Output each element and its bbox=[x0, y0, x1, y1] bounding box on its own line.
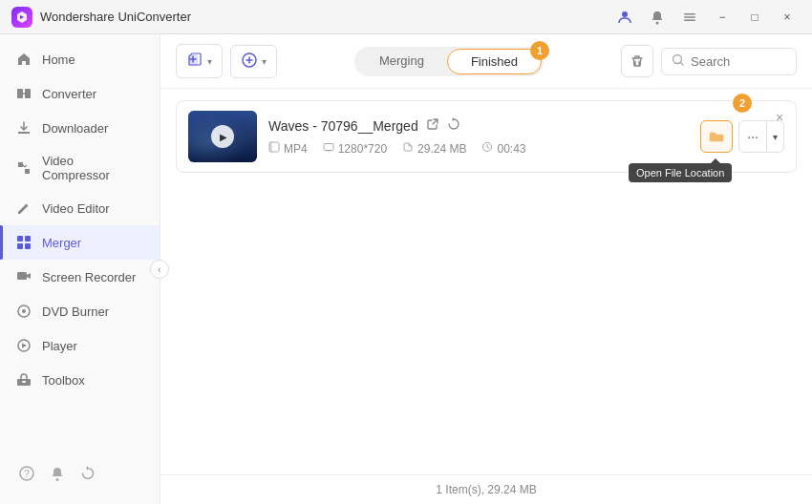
svg-rect-2 bbox=[684, 13, 695, 15]
file-duration: 00:43 bbox=[481, 141, 525, 156]
delete-button[interactable] bbox=[621, 45, 653, 77]
search-box[interactable] bbox=[661, 48, 797, 75]
file-resolution-value: 1280*720 bbox=[338, 142, 387, 156]
sidebar-item-downloader-label: Downloader bbox=[42, 121, 108, 136]
add-format-button[interactable]: ▾ bbox=[230, 45, 277, 78]
add-files-button[interactable]: ▾ bbox=[176, 44, 223, 78]
dvd-icon bbox=[15, 303, 32, 320]
svg-rect-16 bbox=[22, 381, 26, 383]
close-button[interactable]: × bbox=[774, 4, 801, 31]
svg-rect-3 bbox=[684, 16, 695, 18]
open-folder-button[interactable]: Open File Location bbox=[700, 120, 733, 153]
sidebar-item-merger[interactable]: Merger bbox=[0, 225, 160, 260]
svg-point-1 bbox=[656, 21, 659, 24]
maximize-button[interactable]: □ bbox=[741, 4, 768, 31]
sidebar-item-home[interactable]: Home bbox=[0, 42, 160, 76]
size-icon bbox=[402, 141, 414, 156]
toolbar: ▾ ▾ Merging Finished 1 bbox=[160, 34, 812, 89]
file-thumbnail[interactable]: ▶ bbox=[188, 111, 257, 162]
file-format: MP4 bbox=[268, 141, 308, 156]
tab-finished-wrapper: Finished 1 bbox=[447, 49, 542, 74]
svg-text:?: ? bbox=[24, 469, 30, 479]
svg-rect-10 bbox=[25, 243, 31, 249]
sidebar-item-video-editor[interactable]: Video Editor bbox=[0, 191, 160, 225]
sidebar-item-editor-label: Video Editor bbox=[42, 201, 110, 216]
svg-rect-8 bbox=[25, 236, 31, 242]
finished-badge: 1 bbox=[530, 41, 549, 60]
sidebar-item-recorder-label: Screen Recorder bbox=[42, 270, 136, 284]
sidebar-item-converter-label: Converter bbox=[42, 87, 96, 101]
file-resolution: 1280*720 bbox=[323, 141, 387, 156]
sidebar-item-screen-recorder[interactable]: Screen Recorder bbox=[0, 260, 160, 294]
tab-group-wrapper: Merging Finished 1 bbox=[285, 47, 613, 76]
bell-icon[interactable] bbox=[46, 462, 69, 485]
close-card-button[interactable]: × bbox=[771, 109, 788, 126]
sidebar-item-player-label: Player bbox=[42, 339, 77, 353]
converter-icon bbox=[15, 85, 32, 102]
sidebar-item-dvd-burner[interactable]: DVD Burner bbox=[0, 294, 160, 328]
sidebar-item-toolbox[interactable]: Toolbox bbox=[0, 363, 160, 397]
sidebar-item-compressor-label: Video Compressor bbox=[42, 154, 144, 182]
file-name-row: Waves - 70796__Merged bbox=[268, 117, 689, 134]
downloader-icon bbox=[15, 119, 32, 136]
status-text: 1 Item(s), 29.24 MB bbox=[436, 483, 536, 496]
sidebar: Home Converter Downloader bbox=[0, 34, 160, 504]
tab-group: Merging Finished 1 bbox=[354, 47, 544, 76]
record-icon bbox=[15, 268, 32, 285]
compress-icon bbox=[15, 159, 32, 177]
file-duration-value: 00:43 bbox=[497, 142, 525, 156]
svg-rect-26 bbox=[327, 151, 331, 152]
sidebar-item-downloader[interactable]: Downloader bbox=[0, 111, 160, 145]
add-files-icon bbox=[186, 51, 203, 72]
main-layout: Home Converter Downloader bbox=[0, 34, 812, 504]
content-area: ▾ ▾ Merging Finished 1 bbox=[160, 34, 812, 504]
toolbar-right bbox=[621, 45, 797, 77]
svg-point-19 bbox=[56, 478, 59, 481]
add-format-arrow: ▾ bbox=[262, 56, 267, 67]
file-size-value: 29.24 MB bbox=[417, 142, 466, 156]
sidebar-item-merger-label: Merger bbox=[42, 236, 81, 250]
app-title: Wondershare UniConverter bbox=[40, 10, 611, 24]
resolution-icon bbox=[323, 141, 334, 156]
tab-finished[interactable]: Finished bbox=[447, 49, 542, 74]
status-bar: 1 Item(s), 29.24 MB bbox=[160, 474, 812, 504]
menu-icon[interactable] bbox=[676, 4, 703, 31]
add-format-icon bbox=[241, 52, 258, 72]
search-icon bbox=[672, 53, 685, 70]
file-size: 29.24 MB bbox=[402, 141, 466, 156]
svg-rect-24 bbox=[269, 142, 272, 152]
svg-rect-9 bbox=[17, 243, 23, 249]
duration-icon bbox=[481, 141, 493, 156]
sidebar-item-toolbox-label: Toolbox bbox=[42, 373, 85, 388]
external-link-icon[interactable] bbox=[426, 117, 439, 134]
titlebar: Wondershare UniConverter − □ × bbox=[0, 0, 812, 34]
sidebar-item-converter[interactable]: Converter bbox=[0, 76, 160, 111]
sidebar-footer: ? bbox=[0, 451, 160, 496]
tab-merging[interactable]: Merging bbox=[356, 49, 447, 74]
app-logo bbox=[11, 7, 32, 28]
refresh-icon[interactable] bbox=[76, 462, 99, 485]
toolbox-icon bbox=[15, 371, 32, 388]
svg-point-13 bbox=[22, 309, 26, 313]
file-list: ▶ Waves - 70796__Merged bbox=[160, 89, 812, 474]
sidebar-item-video-compressor[interactable]: Video Compressor bbox=[0, 145, 160, 191]
search-input[interactable] bbox=[691, 54, 786, 69]
player-icon bbox=[15, 337, 32, 354]
notification-icon[interactable] bbox=[644, 4, 671, 31]
add-files-arrow: ▾ bbox=[207, 56, 212, 67]
minimize-button[interactable]: − bbox=[709, 4, 736, 31]
format-icon bbox=[268, 141, 280, 156]
svg-rect-4 bbox=[684, 19, 695, 21]
svg-rect-11 bbox=[17, 272, 27, 280]
svg-rect-7 bbox=[17, 236, 23, 242]
more-icon: ··· bbox=[739, 121, 767, 152]
svg-rect-6 bbox=[25, 89, 31, 98]
play-icon[interactable]: ▶ bbox=[211, 125, 234, 148]
user-icon[interactable] bbox=[611, 4, 638, 31]
sidebar-collapse-button[interactable]: ‹ bbox=[150, 260, 169, 279]
titlebar-controls: − □ × bbox=[611, 4, 801, 31]
sidebar-item-player[interactable]: Player bbox=[0, 328, 160, 363]
help-icon[interactable]: ? bbox=[15, 462, 38, 485]
refresh-file-icon[interactable] bbox=[447, 117, 460, 134]
merger-icon bbox=[15, 234, 32, 251]
